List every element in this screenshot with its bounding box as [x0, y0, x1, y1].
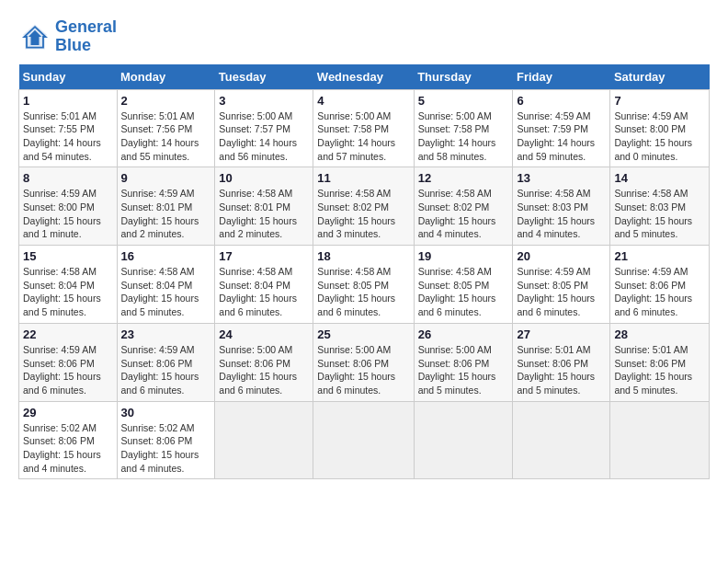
day-info: Sunrise: 5:00 AM Sunset: 8:06 PM Dayligh… — [418, 343, 509, 397]
day-cell: 16Sunrise: 4:58 AM Sunset: 8:04 PM Dayli… — [117, 246, 215, 324]
day-cell: 8Sunrise: 4:59 AM Sunset: 8:00 PM Daylig… — [19, 167, 118, 246]
day-info: Sunrise: 5:01 AM Sunset: 7:55 PM Dayligh… — [23, 109, 113, 164]
day-info: Sunrise: 4:58 AM Sunset: 8:03 PM Dayligh… — [517, 187, 606, 241]
day-cell: 26Sunrise: 5:00 AM Sunset: 8:06 PM Dayli… — [414, 323, 513, 401]
day-number: 19 — [418, 249, 509, 263]
column-header-saturday: Saturday — [610, 64, 710, 90]
week-row-2: 8Sunrise: 4:59 AM Sunset: 8:00 PM Daylig… — [19, 167, 710, 246]
day-number: 24 — [219, 327, 309, 341]
day-number: 23 — [121, 327, 211, 341]
day-cell: 25Sunrise: 5:00 AM Sunset: 8:06 PM Dayli… — [313, 323, 414, 401]
day-cell: 29Sunrise: 5:02 AM Sunset: 8:06 PM Dayli… — [19, 401, 118, 479]
day-info: Sunrise: 4:59 AM Sunset: 8:06 PM Dayligh… — [23, 343, 113, 397]
day-number: 5 — [418, 94, 509, 108]
day-number: 3 — [219, 94, 309, 108]
day-info: Sunrise: 4:59 AM Sunset: 7:59 PM Dayligh… — [517, 109, 606, 164]
week-row-4: 22Sunrise: 4:59 AM Sunset: 8:06 PM Dayli… — [19, 323, 710, 401]
day-number: 14 — [614, 171, 705, 185]
week-row-3: 15Sunrise: 4:58 AM Sunset: 8:04 PM Dayli… — [19, 246, 710, 324]
day-info: Sunrise: 5:01 AM Sunset: 8:06 PM Dayligh… — [517, 343, 606, 397]
day-info: Sunrise: 4:58 AM Sunset: 8:05 PM Dayligh… — [317, 265, 409, 319]
day-cell: 23Sunrise: 4:59 AM Sunset: 8:06 PM Dayli… — [117, 323, 215, 401]
day-info: Sunrise: 4:58 AM Sunset: 8:02 PM Dayligh… — [317, 187, 409, 241]
day-cell: 13Sunrise: 4:58 AM Sunset: 8:03 PM Dayli… — [513, 167, 610, 246]
day-cell: 28Sunrise: 5:01 AM Sunset: 8:06 PM Dayli… — [610, 323, 710, 401]
day-info: Sunrise: 4:59 AM Sunset: 8:00 PM Dayligh… — [614, 109, 705, 164]
day-number: 17 — [219, 249, 309, 263]
day-number: 1 — [23, 94, 113, 108]
day-info: Sunrise: 5:00 AM Sunset: 7:58 PM Dayligh… — [418, 109, 509, 164]
header-row: SundayMondayTuesdayWednesdayThursdayFrid… — [19, 64, 710, 90]
day-number: 29 — [23, 406, 113, 419]
day-number: 25 — [317, 327, 409, 341]
day-info: Sunrise: 5:01 AM Sunset: 7:56 PM Dayligh… — [121, 109, 211, 164]
day-number: 9 — [121, 171, 211, 185]
calendar-table: SundayMondayTuesdayWednesdayThursdayFrid… — [18, 64, 710, 480]
day-info: Sunrise: 5:00 AM Sunset: 8:06 PM Dayligh… — [219, 343, 309, 397]
logo-icon — [18, 20, 51, 53]
day-info: Sunrise: 4:59 AM Sunset: 8:01 PM Dayligh… — [121, 187, 211, 241]
day-info: Sunrise: 4:59 AM Sunset: 8:06 PM Dayligh… — [614, 265, 705, 319]
day-cell: 17Sunrise: 4:58 AM Sunset: 8:04 PM Dayli… — [215, 246, 313, 324]
column-header-monday: Monday — [117, 64, 215, 90]
column-header-friday: Friday — [513, 64, 610, 90]
day-number: 10 — [219, 171, 309, 185]
day-cell — [513, 401, 610, 479]
day-cell — [414, 401, 513, 479]
column-header-wednesday: Wednesday — [313, 64, 414, 90]
day-cell — [313, 401, 414, 479]
day-cell: 7Sunrise: 4:59 AM Sunset: 8:00 PM Daylig… — [610, 89, 710, 167]
day-info: Sunrise: 5:00 AM Sunset: 7:58 PM Dayligh… — [317, 109, 409, 164]
day-number: 22 — [23, 327, 113, 341]
column-header-thursday: Thursday — [414, 64, 513, 90]
day-cell: 1Sunrise: 5:01 AM Sunset: 7:55 PM Daylig… — [19, 89, 118, 167]
week-row-1: 1Sunrise: 5:01 AM Sunset: 7:55 PM Daylig… — [19, 89, 710, 167]
day-cell: 14Sunrise: 4:58 AM Sunset: 8:03 PM Dayli… — [610, 167, 710, 246]
day-cell: 3Sunrise: 5:00 AM Sunset: 7:57 PM Daylig… — [215, 89, 313, 167]
day-cell: 5Sunrise: 5:00 AM Sunset: 7:58 PM Daylig… — [414, 89, 513, 167]
day-info: Sunrise: 4:58 AM Sunset: 8:01 PM Dayligh… — [219, 187, 309, 241]
day-info: Sunrise: 4:58 AM Sunset: 8:03 PM Dayligh… — [614, 187, 705, 241]
day-number: 12 — [418, 171, 509, 185]
day-info: Sunrise: 4:59 AM Sunset: 8:00 PM Dayligh… — [23, 187, 113, 241]
day-cell: 4Sunrise: 5:00 AM Sunset: 7:58 PM Daylig… — [313, 89, 414, 167]
column-header-tuesday: Tuesday — [215, 64, 313, 90]
day-number: 4 — [317, 94, 409, 108]
day-info: Sunrise: 4:58 AM Sunset: 8:04 PM Dayligh… — [121, 265, 211, 319]
day-number: 7 — [614, 94, 705, 108]
day-info: Sunrise: 4:58 AM Sunset: 8:02 PM Dayligh… — [418, 187, 509, 241]
day-cell: 10Sunrise: 4:58 AM Sunset: 8:01 PM Dayli… — [215, 167, 313, 246]
day-number: 18 — [317, 249, 409, 263]
day-number: 26 — [418, 327, 509, 341]
day-info: Sunrise: 5:01 AM Sunset: 8:06 PM Dayligh… — [614, 343, 705, 397]
day-info: Sunrise: 5:02 AM Sunset: 8:06 PM Dayligh… — [121, 421, 211, 476]
day-number: 27 — [517, 327, 606, 341]
day-cell: 18Sunrise: 4:58 AM Sunset: 8:05 PM Dayli… — [313, 246, 414, 324]
day-cell: 15Sunrise: 4:58 AM Sunset: 8:04 PM Dayli… — [19, 246, 118, 324]
day-cell: 30Sunrise: 5:02 AM Sunset: 8:06 PM Dayli… — [117, 401, 215, 479]
day-cell — [215, 401, 313, 479]
day-number: 13 — [517, 171, 606, 185]
day-info: Sunrise: 5:02 AM Sunset: 8:06 PM Dayligh… — [23, 421, 113, 476]
day-info: Sunrise: 5:00 AM Sunset: 7:57 PM Dayligh… — [219, 109, 309, 164]
day-cell: 24Sunrise: 5:00 AM Sunset: 8:06 PM Dayli… — [215, 323, 313, 401]
day-cell: 21Sunrise: 4:59 AM Sunset: 8:06 PM Dayli… — [610, 246, 710, 324]
day-info: Sunrise: 4:58 AM Sunset: 8:04 PM Dayligh… — [23, 265, 113, 319]
day-cell: 11Sunrise: 4:58 AM Sunset: 8:02 PM Dayli… — [313, 167, 414, 246]
day-cell: 12Sunrise: 4:58 AM Sunset: 8:02 PM Dayli… — [414, 167, 513, 246]
day-cell: 20Sunrise: 4:59 AM Sunset: 8:05 PM Dayli… — [513, 246, 610, 324]
week-row-5: 29Sunrise: 5:02 AM Sunset: 8:06 PM Dayli… — [19, 401, 710, 479]
page-header: General Blue — [18, 18, 710, 55]
day-info: Sunrise: 4:58 AM Sunset: 8:04 PM Dayligh… — [219, 265, 309, 319]
day-info: Sunrise: 4:59 AM Sunset: 8:05 PM Dayligh… — [517, 265, 606, 319]
day-info: Sunrise: 4:59 AM Sunset: 8:06 PM Dayligh… — [121, 343, 211, 397]
day-number: 20 — [517, 249, 606, 263]
day-cell: 6Sunrise: 4:59 AM Sunset: 7:59 PM Daylig… — [513, 89, 610, 167]
day-cell — [610, 401, 710, 479]
column-header-sunday: Sunday — [19, 64, 118, 90]
day-number: 30 — [121, 406, 211, 419]
logo-text: General Blue — [55, 18, 117, 55]
day-number: 15 — [23, 249, 113, 263]
day-cell: 27Sunrise: 5:01 AM Sunset: 8:06 PM Dayli… — [513, 323, 610, 401]
day-number: 28 — [614, 327, 705, 341]
